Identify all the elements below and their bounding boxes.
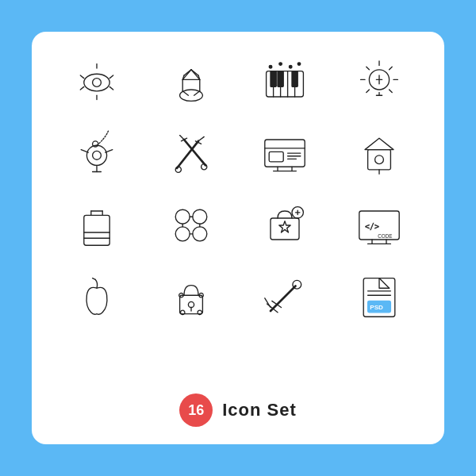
icon-shopping-star xyxy=(242,197,328,254)
svg-point-42 xyxy=(87,145,107,165)
svg-point-43 xyxy=(93,151,102,159)
svg-text:PSD: PSD xyxy=(370,304,383,311)
svg-point-27 xyxy=(279,63,282,66)
svg-rect-62 xyxy=(269,152,283,162)
icon-psd-file: PSD xyxy=(336,268,423,325)
svg-text:CODE: CODE xyxy=(378,233,392,239)
badge-number: 16 xyxy=(188,402,204,419)
svg-rect-23 xyxy=(271,71,276,87)
svg-line-38 xyxy=(389,90,392,93)
svg-point-79 xyxy=(193,227,207,241)
svg-point-78 xyxy=(175,227,190,241)
svg-line-48 xyxy=(106,150,113,153)
svg-line-53 xyxy=(179,136,183,140)
icon-piano xyxy=(242,54,328,111)
svg-marker-85 xyxy=(279,221,290,232)
svg-rect-70 xyxy=(84,215,109,245)
svg-marker-66 xyxy=(365,138,393,149)
svg-line-37 xyxy=(367,67,370,70)
icon-circles xyxy=(148,197,235,254)
icon-lock xyxy=(148,268,235,325)
icon-monitor-content xyxy=(242,125,328,182)
svg-point-26 xyxy=(269,65,272,68)
svg-rect-25 xyxy=(292,71,298,87)
icon-plant-eye xyxy=(54,125,140,182)
svg-point-68 xyxy=(374,155,383,164)
icons-grid: </> CODE xyxy=(54,54,422,325)
svg-rect-67 xyxy=(367,150,390,170)
svg-line-47 xyxy=(81,150,88,153)
icon-birdhouse xyxy=(336,125,423,182)
svg-point-76 xyxy=(175,209,190,224)
svg-line-109 xyxy=(379,278,390,289)
svg-line-14 xyxy=(182,91,188,95)
icon-ring xyxy=(148,54,235,111)
svg-point-29 xyxy=(298,63,301,66)
icon-code-monitor: </> CODE xyxy=(336,197,423,254)
svg-rect-24 xyxy=(278,71,283,87)
icon-comet xyxy=(242,268,328,325)
icon-set-card: </> CODE xyxy=(32,32,444,444)
icon-screws xyxy=(148,125,235,182)
icon-battery xyxy=(54,197,140,254)
svg-line-3 xyxy=(81,75,85,79)
svg-point-104 xyxy=(293,280,301,289)
svg-line-4 xyxy=(109,75,113,79)
svg-point-0 xyxy=(84,74,109,91)
badge-row: 16 Icon Set xyxy=(179,393,297,427)
svg-line-5 xyxy=(81,86,85,90)
svg-point-77 xyxy=(193,209,207,224)
svg-line-103 xyxy=(271,286,296,312)
svg-line-39 xyxy=(367,90,370,93)
icon-apple xyxy=(54,268,140,325)
svg-line-52 xyxy=(184,140,205,165)
svg-line-36 xyxy=(389,67,392,70)
svg-line-15 xyxy=(194,91,199,95)
svg-text:</>: </> xyxy=(365,222,379,231)
svg-line-50 xyxy=(198,136,204,140)
svg-point-97 xyxy=(188,301,194,307)
svg-line-95 xyxy=(93,278,96,280)
svg-point-28 xyxy=(290,65,293,68)
svg-point-1 xyxy=(93,79,102,87)
svg-line-106 xyxy=(265,298,271,308)
icon-idea xyxy=(336,54,423,111)
badge-label: Icon Set xyxy=(222,400,297,420)
icon-eye xyxy=(54,54,140,111)
icon-count-badge: 16 xyxy=(179,393,213,427)
svg-line-6 xyxy=(109,86,113,90)
